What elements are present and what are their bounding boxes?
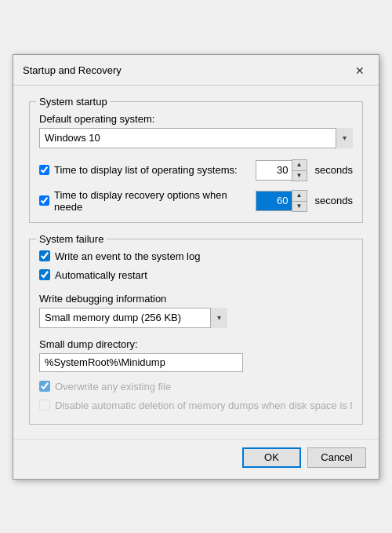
time-display-os-decrement[interactable]: ▼ — [292, 170, 307, 181]
disable-deletion-checkbox[interactable] — [39, 400, 50, 411]
auto-restart-checkbox[interactable] — [39, 269, 50, 280]
ok-button[interactable]: OK — [242, 447, 301, 468]
title-bar: Startup and Recovery ✕ — [13, 55, 379, 86]
dialog-footer: OK Cancel — [13, 439, 379, 479]
system-startup-group: System startup Default operating system:… — [29, 101, 363, 223]
system-failure-label: System failure — [36, 233, 107, 245]
dump-dir-section: Small dump directory: — [39, 338, 353, 372]
debug-info-label: Write debugging information — [39, 293, 353, 305]
debug-type-select[interactable]: Small memory dump (256 KB) — [39, 308, 227, 328]
system-startup-label: System startup — [36, 96, 111, 108]
cancel-button[interactable]: Cancel — [307, 447, 366, 468]
close-button[interactable]: ✕ — [350, 61, 369, 80]
time-display-recovery-checkbox-wrapper: Time to display recovery options when ne… — [39, 189, 251, 213]
dump-dir-input[interactable] — [39, 353, 243, 372]
default-os-label: Default operating system: — [39, 113, 353, 125]
write-event-checkbox[interactable] — [39, 250, 50, 261]
time-display-os-increment[interactable]: ▲ — [292, 160, 307, 170]
auto-restart-row: Automatically restart — [39, 269, 353, 281]
dialog-title: Startup and Recovery — [23, 64, 122, 76]
time-display-os-checkbox[interactable] — [39, 165, 49, 175]
overwrite-checkbox[interactable] — [39, 381, 50, 392]
time-display-os-checkbox-wrapper: Time to display list of operating system… — [39, 164, 251, 176]
default-os-select[interactable]: Windows 10 — [39, 128, 353, 148]
overwrite-label: Overwrite any existing file — [55, 381, 171, 392]
time-display-os-value[interactable] — [256, 160, 292, 181]
time-display-recovery-decrement[interactable]: ▼ — [292, 201, 307, 211]
startup-recovery-dialog: Startup and Recovery ✕ System startup De… — [13, 54, 379, 480]
time-display-recovery-row: Time to display recovery options when ne… — [39, 189, 353, 213]
debug-type-dropdown-wrapper: Small memory dump (256 KB) ▾ — [39, 308, 227, 328]
default-os-row: Default operating system: Windows 10 ▾ — [39, 113, 353, 148]
time-display-os-spinner-btns: ▲ ▼ — [292, 159, 307, 181]
time-display-os-spinner: ▲ ▼ — [256, 159, 307, 181]
time-display-os-row: Time to display list of operating system… — [39, 159, 353, 181]
system-failure-group: System failure Write an event to the sys… — [29, 239, 363, 425]
disable-deletion-row: Disable automatic deletion of memory dum… — [39, 400, 353, 411]
time-display-recovery-checkbox[interactable] — [39, 195, 49, 206]
write-event-row: Write an event to the system log — [39, 250, 353, 262]
time-display-recovery-value[interactable] — [256, 191, 292, 211]
time-display-recovery-increment[interactable]: ▲ — [292, 191, 307, 201]
time-display-recovery-spinner: ▲ ▼ — [256, 190, 307, 212]
startup-form: Default operating system: Windows 10 ▾ T… — [39, 113, 353, 213]
disable-deletion-label: Disable automatic deletion of memory dum… — [55, 400, 352, 411]
time-display-recovery-unit: seconds — [315, 195, 353, 206]
debug-info-section: Write debugging information Small memory… — [39, 293, 353, 328]
dump-dir-label: Small dump directory: — [39, 338, 353, 350]
dialog-content: System startup Default operating system:… — [13, 86, 379, 436]
default-os-dropdown-wrapper: Windows 10 ▾ — [39, 128, 353, 148]
time-display-recovery-label: Time to display recovery options when ne… — [54, 189, 251, 213]
time-display-os-label: Time to display list of operating system… — [54, 164, 251, 176]
time-display-os-unit: seconds — [315, 164, 353, 176]
write-event-label: Write an event to the system log — [55, 250, 200, 262]
auto-restart-label: Automatically restart — [55, 269, 147, 281]
overwrite-row: Overwrite any existing file — [39, 381, 353, 392]
time-display-recovery-spinner-btns: ▲ ▼ — [292, 190, 307, 212]
